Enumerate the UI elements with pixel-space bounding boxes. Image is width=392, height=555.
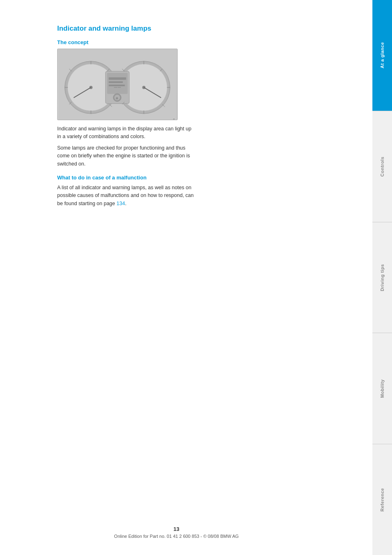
- sidebar: At a glance Controls Driving tips Mobili…: [372, 0, 392, 555]
- sidebar-tab-at-a-glance[interactable]: At a glance: [372, 0, 392, 111]
- body-para-2: Some lamps are checked for proper functi…: [57, 144, 196, 168]
- sidebar-tab-label-mobility: Mobility: [380, 379, 385, 398]
- malfunction-subtitle: What to do in case of a malfunction: [57, 175, 340, 181]
- svg-rect-10: [107, 73, 127, 94]
- body-para-3: A list of all indicator and warning lamp…: [57, 184, 196, 208]
- sidebar-tab-mobility[interactable]: Mobility: [372, 333, 392, 444]
- body-para-3-suffix: .: [125, 201, 126, 206]
- sidebar-tab-reference[interactable]: Reference: [372, 444, 392, 555]
- concept-subtitle: The concept: [57, 39, 340, 45]
- sidebar-tab-controls[interactable]: Controls: [372, 111, 392, 222]
- page-wrapper: Indicator and warning lamps The concept: [0, 0, 392, 555]
- page-134-link[interactable]: 134: [116, 201, 125, 206]
- body-para-1: Indicator and warning lamps in the displ…: [57, 125, 196, 141]
- svg-text:⊕: ⊕: [116, 96, 119, 100]
- sidebar-tab-label-driving-tips: Driving tips: [380, 264, 385, 291]
- sidebar-tab-label-controls: Controls: [380, 157, 385, 177]
- svg-rect-11: [109, 77, 126, 80]
- page-number: 13: [0, 526, 353, 532]
- svg-rect-12: [109, 81, 123, 83]
- svg-rect-13: [109, 85, 125, 86]
- footer: 13 Online Edition for Part no. 01 41 2 6…: [0, 526, 353, 539]
- sidebar-tab-label-at-a-glance: At a glance: [380, 42, 385, 68]
- sidebar-tab-driving-tips[interactable]: Driving tips: [372, 222, 392, 333]
- sidebar-tab-label-reference: Reference: [380, 488, 385, 512]
- main-content: Indicator and warning lamps The concept: [0, 0, 372, 555]
- svg-text:PIC2-L45-AR: PIC2-L45-AR: [173, 119, 175, 120]
- section-title: Indicator and warning lamps: [57, 25, 340, 33]
- instrument-cluster-image: ⊕: [57, 49, 178, 120]
- footer-text: Online Edition for Part no. 01 41 2 600 …: [0, 534, 353, 539]
